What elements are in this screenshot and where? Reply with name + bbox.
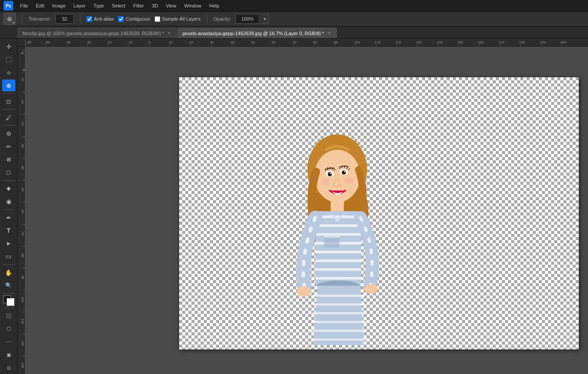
menu-view[interactable]: View <box>162 2 180 10</box>
tool-hand[interactable]: ✋ <box>2 266 15 279</box>
tab-flexclip-close[interactable]: ✕ <box>166 30 172 36</box>
ruler-corner <box>18 39 25 47</box>
tool-move[interactable]: ✛ <box>2 40 15 53</box>
options-divider-2 <box>80 14 80 23</box>
tool-quick-mask[interactable]: ⬛ <box>2 310 15 322</box>
document-canvas[interactable] <box>179 77 579 349</box>
frame-icon: ▣ <box>7 352 11 358</box>
sample-all-layers-checkbox[interactable] <box>155 16 160 22</box>
options-divider-1 <box>22 14 22 23</box>
menu-layer[interactable]: Layer <box>70 2 89 10</box>
svg-text:-130: -130 <box>21 362 24 368</box>
tool-paint-bucket[interactable]: ◆ <box>2 183 15 195</box>
svg-rect-108 <box>312 312 366 314</box>
tab-pexels-close[interactable]: ✕ <box>327 30 332 36</box>
contiguous-label: Contiguous <box>126 16 150 22</box>
tool-type[interactable]: T <box>2 224 15 237</box>
tool-more-tools[interactable]: ⋯ <box>2 336 15 348</box>
tool-artboard[interactable]: ⊟ <box>2 362 15 374</box>
tab-pexels[interactable]: pexels-anastasiya-gepp-1462639.jpg @ 16.… <box>177 28 336 38</box>
tool-separator-1 <box>3 93 14 94</box>
tool-options-icon[interactable]: ⊕ ▼ <box>4 13 16 25</box>
eraser-icon: ◻ <box>6 169 11 176</box>
menu-image[interactable]: Image <box>49 2 69 10</box>
svg-text:110: 110 <box>375 40 381 44</box>
tool-brush[interactable]: ✏ <box>2 140 15 153</box>
menu-bar: Ps File Edit Image Layer Type Select Fil… <box>0 0 588 12</box>
path-selection-icon: ▶ <box>7 241 11 246</box>
svg-text:-30: -30 <box>21 143 24 147</box>
contiguous-checkbox[interactable] <box>118 16 124 22</box>
tab-flexclip[interactable]: flexclip.jpg @ 100% (pexels-anastasiya-g… <box>18 28 177 38</box>
opacity-label: Opacity: <box>213 16 231 22</box>
ruler-h-svg: -60 -50 -40 -30 -20 -10 0 <box>25 39 588 47</box>
quick-mask-icon: ⬛ <box>6 313 12 319</box>
opacity-input[interactable] <box>235 14 260 24</box>
tolerance-input[interactable] <box>55 14 74 24</box>
svg-rect-94 <box>315 211 361 286</box>
svg-text:190: 190 <box>540 40 546 44</box>
menu-help[interactable]: Help <box>206 2 223 10</box>
tool-frame[interactable]: ▣ <box>2 349 15 361</box>
svg-rect-96 <box>315 224 361 227</box>
svg-text:130: 130 <box>416 40 422 44</box>
opacity-group: ▾ <box>235 14 268 24</box>
canvas-viewport[interactable] <box>25 47 588 374</box>
options-divider-3 <box>207 14 207 23</box>
tool-zoom[interactable]: 🔍 <box>2 280 15 292</box>
canvas-area: -60 -50 -40 -30 -20 -10 0 <box>18 39 588 374</box>
svg-text:-50: -50 <box>45 40 50 44</box>
tool-healing-brush[interactable]: ⊛ <box>2 127 15 140</box>
svg-rect-106 <box>313 295 365 297</box>
tool-pen[interactable]: ✒ <box>2 212 15 224</box>
tool-shape[interactable]: ▭ <box>2 251 15 263</box>
tool-select-rect[interactable]: ⬚ <box>2 54 15 66</box>
tolerance-label: Tolerance: <box>29 16 51 22</box>
menu-filter[interactable]: Filter <box>130 2 147 10</box>
tool-separator-4 <box>3 180 14 181</box>
menu-select[interactable]: Select <box>108 2 129 10</box>
tool-dodge[interactable]: ◉ <box>2 195 15 208</box>
tool-separator-3 <box>3 125 14 126</box>
tabs-bar: flexclip.jpg @ 100% (pexels-anastasiya-g… <box>0 26 588 39</box>
tool-magic-wand[interactable]: ⊕ <box>2 79 15 92</box>
tab-pexels-label: pexels-anastasiya-gepp-1462639.jpg @ 16.… <box>182 31 324 36</box>
svg-text:200: 200 <box>560 40 566 44</box>
tool-eraser[interactable]: ◻ <box>2 166 15 179</box>
color-swatches[interactable] <box>3 295 14 306</box>
svg-text:70: 70 <box>292 40 296 44</box>
tool-crop[interactable]: ⊡ <box>2 95 15 108</box>
menu-3d[interactable]: 3D <box>148 2 162 10</box>
svg-text:80: 80 <box>313 40 317 44</box>
tool-screen-mode[interactable]: ⬡ <box>2 323 15 335</box>
svg-text:40: 40 <box>231 40 234 44</box>
background-swatch[interactable] <box>7 298 14 306</box>
menu-type[interactable]: Type <box>90 2 108 10</box>
anti-alias-label: Anti-alias <box>94 16 114 22</box>
svg-rect-99 <box>315 251 361 253</box>
opacity-dropdown-arrow[interactable]: ▾ <box>261 14 268 24</box>
svg-text:0: 0 <box>148 40 151 44</box>
svg-text:-90: -90 <box>21 275 24 279</box>
tool-eyedropper[interactable]: 🖊 <box>2 111 15 124</box>
svg-text:20: 20 <box>189 40 193 44</box>
ruler-vertical: 1 0 <box>18 47 25 374</box>
tool-lasso[interactable]: ⌾ <box>2 66 15 79</box>
tool-dropdown-arrow: ▼ <box>12 22 15 24</box>
anti-alias-checkbox[interactable] <box>87 16 92 22</box>
toolbar: ✛ ⬚ ⌾ ⊕ ⊡ 🖊 ⊛ ✏ ⊗ ◻ <box>0 39 18 374</box>
menu-edit[interactable]: Edit <box>32 2 48 10</box>
tool-clone-stamp[interactable]: ⊗ <box>2 154 15 166</box>
menu-file[interactable]: File <box>17 2 32 10</box>
crop-icon: ⊡ <box>6 98 11 105</box>
svg-text:-100: -100 <box>21 296 24 302</box>
tool-separator-6 <box>3 264 14 265</box>
options-bar: ⊕ ▼ Tolerance: Anti-alias Contiguous Sam… <box>0 12 588 26</box>
svg-text:-60: -60 <box>21 209 24 213</box>
svg-point-113 <box>364 284 378 294</box>
tool-separator-2 <box>3 109 14 110</box>
menu-window[interactable]: Window <box>180 2 205 10</box>
tool-path-selection[interactable]: ▶ <box>2 237 15 250</box>
type-icon: T <box>7 227 11 234</box>
anti-alias-group: Anti-alias <box>87 16 114 22</box>
